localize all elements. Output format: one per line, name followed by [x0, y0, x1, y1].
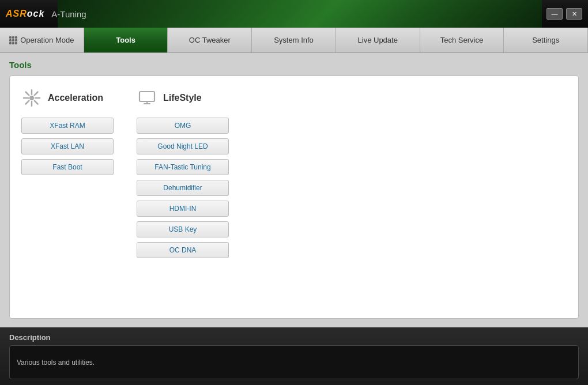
app-title: A-Tuning [51, 9, 86, 19]
window-controls: — ✕ [546, 8, 582, 20]
nav-live-update[interactable]: Live Update [336, 28, 420, 52]
tools-panel: Acceleration XFast RAM XFast LAN Fast Bo… [9, 76, 579, 319]
lifestyle-icon [137, 88, 157, 108]
oc-dna-button[interactable]: OC DNA [137, 242, 229, 258]
lifestyle-header: LifeStyle [137, 88, 229, 108]
titlebar: ASRock A-Tuning — ✕ [0, 0, 588, 28]
navbar: Operation Mode Tools OC Tweaker System I… [0, 28, 588, 53]
acceleration-icon [21, 88, 42, 108]
svg-line-6 [35, 101, 38, 104]
omg-button[interactable]: OMG [137, 118, 229, 134]
close-button[interactable]: ✕ [566, 8, 582, 20]
nav-settings-label: Settings [532, 36, 559, 44]
nav-settings[interactable]: Settings [504, 28, 588, 52]
nav-tech-service[interactable]: Tech Service [420, 28, 504, 52]
svg-line-7 [35, 92, 38, 96]
description-bar: Description Various tools and utilities. [0, 327, 588, 385]
nav-live-update-label: Live Update [358, 36, 398, 44]
fast-boot-button[interactable]: Fast Boot [21, 159, 114, 175]
description-title: Description [9, 333, 579, 342]
nav-oc-tweaker[interactable]: OC Tweaker [168, 28, 252, 52]
app-logo: ASRock [6, 9, 44, 19]
nav-tools[interactable]: Tools [84, 28, 168, 52]
minimize-button[interactable]: — [546, 8, 563, 20]
nav-oc-tweaker-label: OC Tweaker [189, 36, 231, 44]
acceleration-section: Acceleration XFast RAM XFast LAN Fast Bo… [21, 88, 114, 307]
lifestyle-title: LifeStyle [163, 93, 202, 103]
description-box: Various tools and utilities. [9, 345, 579, 379]
nav-tech-service-label: Tech Service [440, 36, 483, 44]
svg-rect-9 [140, 92, 154, 101]
acceleration-title: Acceleration [48, 93, 103, 103]
svg-point-0 [29, 96, 34, 100]
good-night-led-button[interactable]: Good Night LED [137, 138, 229, 154]
lifestyle-section: LifeStyle OMG Good Night LED FAN-Tastic … [137, 88, 229, 307]
nav-operation-mode[interactable]: Operation Mode [0, 28, 84, 52]
xfast-lan-button[interactable]: XFast LAN [21, 138, 114, 154]
description-text: Various tools and utilities. [17, 358, 95, 367]
nav-system-info-label: System Info [274, 36, 314, 44]
xfast-ram-button[interactable]: XFast RAM [21, 118, 114, 134]
main-content: Tools [0, 53, 588, 327]
fan-tastic-tuning-button[interactable]: FAN-Tastic Tuning [137, 159, 229, 175]
grid-icon [9, 36, 17, 44]
nav-system-info[interactable]: System Info [252, 28, 336, 52]
nav-tools-label: Tools [116, 36, 135, 44]
svg-line-8 [26, 101, 29, 104]
usb-key-button[interactable]: USB Key [137, 221, 229, 237]
nav-operation-mode-label: Operation Mode [20, 36, 74, 44]
hdmi-in-button[interactable]: HDMI-IN [137, 201, 229, 217]
svg-line-5 [26, 92, 29, 96]
page-title: Tools [9, 60, 579, 70]
dehumidifier-button[interactable]: Dehumidifier [137, 180, 229, 196]
acceleration-header: Acceleration [21, 88, 114, 108]
